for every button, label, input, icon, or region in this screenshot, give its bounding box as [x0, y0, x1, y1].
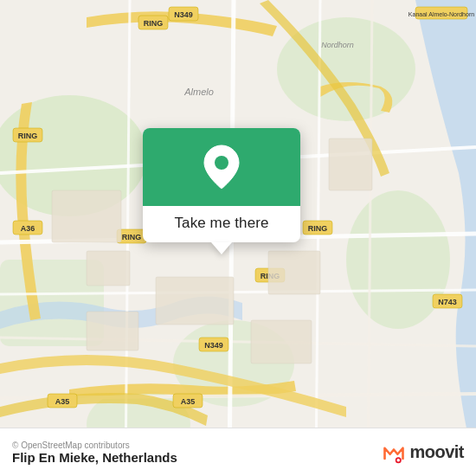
svg-rect-42 — [52, 190, 121, 242]
popup-header — [143, 128, 300, 206]
svg-rect-46 — [156, 277, 234, 325]
svg-text:N743: N743 — [438, 298, 457, 306]
svg-text:Almelo: Almelo — [183, 87, 214, 97]
popup-button-area[interactable]: Take me there — [143, 206, 300, 242]
bottom-bar: © OpenStreetMap contributors Flip En Mie… — [0, 428, 476, 476]
svg-rect-48 — [87, 312, 138, 351]
svg-rect-47 — [251, 320, 312, 363]
location-pin-icon — [203, 144, 241, 190]
location-full-name: Flip En Mieke, Netherlands — [12, 450, 177, 465]
svg-text:N349: N349 — [204, 341, 223, 350]
svg-text:RING: RING — [308, 224, 328, 233]
map-container: N349 Kanaal Almelo-Nordhorn RING RING RI… — [0, 0, 476, 476]
svg-text:Kanaal Almelo-Nordhorn: Kanaal Almelo-Nordhorn — [408, 11, 474, 17]
bottom-left-info: © OpenStreetMap contributors Flip En Mie… — [12, 441, 177, 465]
moovit-brand-text: moovit — [409, 442, 464, 462]
popup-card: Take me there — [143, 128, 300, 242]
svg-rect-44 — [268, 251, 320, 294]
moovit-app-icon — [382, 441, 406, 465]
svg-text:N349: N349 — [174, 10, 193, 19]
copyright-text: © OpenStreetMap contributors — [12, 441, 177, 450]
svg-rect-45 — [329, 138, 372, 190]
svg-text:A35: A35 — [55, 397, 70, 406]
svg-text:RING: RING — [122, 233, 142, 241]
svg-text:A36: A36 — [21, 224, 35, 233]
svg-text:A35: A35 — [181, 397, 196, 406]
svg-point-52 — [397, 459, 401, 462]
moovit-logo: moovit — [382, 441, 464, 465]
take-me-there-button[interactable]: Take me there — [174, 215, 268, 232]
svg-text:RING: RING — [144, 19, 164, 28]
svg-text:RING: RING — [18, 132, 38, 140]
svg-text:Nordhorn: Nordhorn — [321, 41, 354, 49]
svg-rect-43 — [87, 251, 130, 286]
svg-point-49 — [215, 156, 228, 170]
